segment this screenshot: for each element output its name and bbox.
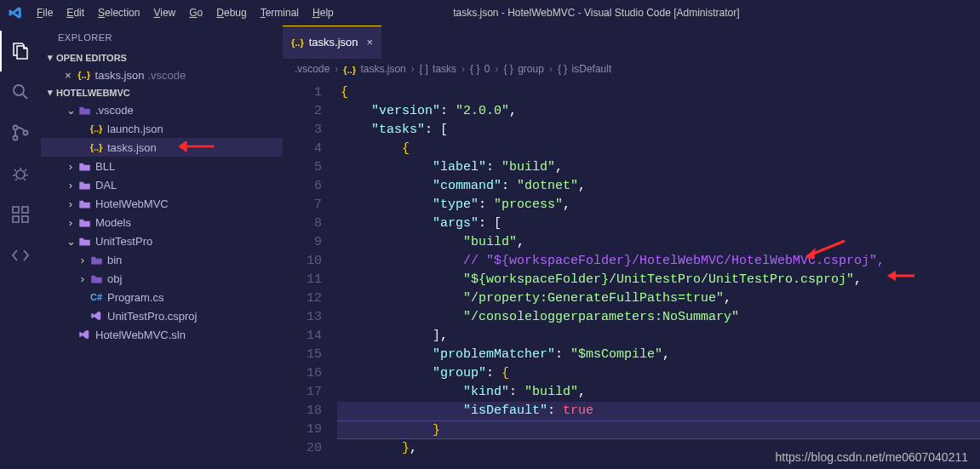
red-arrow-icon xyxy=(174,140,216,156)
source-control-icon[interactable] xyxy=(0,112,41,153)
menu-debug[interactable]: Debug xyxy=(209,2,253,24)
code-content[interactable]: { "version": "2.0.0", "tasks": [ { "labe… xyxy=(337,80,980,469)
file-tree: ⌄.vscode{..}launch.json{..}tasks.json›BL… xyxy=(41,100,283,469)
close-icon[interactable]: × xyxy=(367,36,374,49)
breadcrumb[interactable]: .vscode›{..} tasks.json›[ ] tasks›{ } 0›… xyxy=(283,58,980,80)
tree-item-hotelwebmvc[interactable]: ›HotelWebMVC xyxy=(41,194,283,213)
vs-file-icon xyxy=(89,310,104,322)
svg-point-2 xyxy=(14,136,18,140)
menu-view[interactable]: View xyxy=(146,2,182,24)
explorer-icon[interactable] xyxy=(0,31,41,71)
menu-go[interactable]: Go xyxy=(182,2,209,24)
vs-file-icon xyxy=(77,329,92,340)
csharp-file-icon: C# xyxy=(89,292,104,302)
svg-point-3 xyxy=(24,131,28,135)
workspace-section[interactable]: ▾ HOTELWEBMVC xyxy=(41,84,283,100)
chevron-down-icon: ▾ xyxy=(44,87,56,98)
svg-rect-8 xyxy=(22,207,28,213)
svg-rect-6 xyxy=(13,216,19,222)
window-title: tasks.json - HotelWebMVC - Visual Studio… xyxy=(453,7,739,19)
tree-item--vscode[interactable]: ⌄.vscode xyxy=(41,100,283,119)
json-file-icon: {..} xyxy=(291,37,304,48)
svg-point-4 xyxy=(16,170,25,179)
tree-item-tasks-json[interactable]: {..}tasks.json xyxy=(41,138,283,157)
svg-point-1 xyxy=(14,126,18,130)
menu-selection[interactable]: Selection xyxy=(91,2,146,24)
svg-rect-5 xyxy=(13,207,19,213)
breadcrumb-item[interactable]: { } 0 xyxy=(470,63,490,76)
folder-icon xyxy=(77,217,92,228)
folder-icon xyxy=(77,105,92,116)
tree-item-dal[interactable]: ›DAL xyxy=(41,175,283,194)
search-icon[interactable] xyxy=(0,71,41,112)
tree-item-launch-json[interactable]: {..}launch.json xyxy=(41,119,283,138)
menu-file[interactable]: File xyxy=(30,2,60,24)
vscode-logo-icon xyxy=(0,5,30,20)
sidebar-title: EXPLORER xyxy=(41,26,283,49)
open-editor-item[interactable]: × {..} tasks.json .vscode xyxy=(41,66,283,84)
line-numbers: 1234567891011121314151617181920 xyxy=(283,80,337,469)
folder-icon xyxy=(89,273,104,284)
breadcrumb-item[interactable]: { } isDefault xyxy=(558,63,611,76)
folder-icon xyxy=(89,255,104,266)
folder-icon xyxy=(77,236,92,247)
debug-icon[interactable] xyxy=(0,153,41,194)
json-file-icon: {..} xyxy=(89,142,104,152)
menu-edit[interactable]: Edit xyxy=(60,2,91,24)
json-file-icon: {..} xyxy=(77,70,92,80)
remote-icon[interactable] xyxy=(0,235,41,276)
tree-item-bll[interactable]: ›BLL xyxy=(41,157,283,175)
extensions-icon[interactable] xyxy=(0,194,41,235)
main-menu: FileEditSelectionViewGoDebugTerminalHelp xyxy=(30,2,341,24)
watermark-text: https://blog.csdn.net/me0607040211 xyxy=(775,450,968,464)
menu-help[interactable]: Help xyxy=(306,2,341,24)
folder-icon xyxy=(77,180,92,191)
sidebar: EXPLORER ▾ OPEN EDITORS × {..} tasks.jso… xyxy=(41,26,283,469)
breadcrumb-item[interactable]: [ ] tasks xyxy=(420,63,456,76)
tree-item-bin[interactable]: ›bin xyxy=(41,250,283,269)
tree-item-unittestpro[interactable]: ⌄UnitTestPro xyxy=(41,232,283,250)
breadcrumb-item[interactable]: { } group xyxy=(503,63,543,76)
editor-area: {..} tasks.json × .vscode›{..} tasks.jso… xyxy=(283,26,980,469)
tab-tasks-json[interactable]: {..} tasks.json × xyxy=(283,26,381,58)
titlebar: FileEditSelectionViewGoDebugTerminalHelp… xyxy=(0,0,980,26)
code-editor[interactable]: 1234567891011121314151617181920 { "versi… xyxy=(283,80,980,469)
json-file-icon: {..} xyxy=(89,123,104,134)
menu-terminal[interactable]: Terminal xyxy=(254,2,306,24)
open-editors-section[interactable]: ▾ OPEN EDITORS xyxy=(41,49,283,66)
editor-tabs: {..} tasks.json × xyxy=(283,26,980,58)
svg-point-0 xyxy=(14,85,24,95)
tree-item-program-cs[interactable]: C#Program.cs xyxy=(41,288,283,306)
breadcrumb-item[interactable]: .vscode xyxy=(295,63,330,75)
chevron-down-icon: ▾ xyxy=(44,52,56,63)
folder-icon xyxy=(77,161,92,172)
svg-rect-7 xyxy=(22,216,28,222)
tree-item-obj[interactable]: ›obj xyxy=(41,269,283,288)
tree-item-unittestpro-csproj[interactable]: UnitTestPro.csproj xyxy=(41,306,283,325)
activity-bar xyxy=(0,26,41,469)
tab-label: tasks.json xyxy=(309,36,358,49)
folder-icon xyxy=(77,198,92,209)
breadcrumb-item[interactable]: {..} tasks.json xyxy=(343,63,405,75)
close-icon[interactable]: × xyxy=(65,69,72,82)
tree-item-models[interactable]: ›Models xyxy=(41,213,283,232)
tree-item-hotelwebmvc-sln[interactable]: HotelWebMVC.sln xyxy=(41,325,283,344)
